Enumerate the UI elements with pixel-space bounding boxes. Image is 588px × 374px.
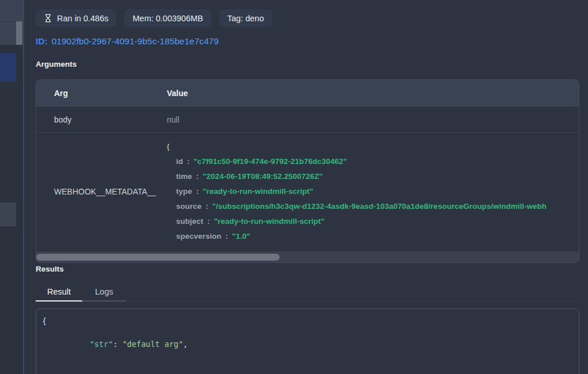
result-json-panel: { "str": "default arg", "union": "Hello …: [36, 308, 579, 374]
json-colon: :: [187, 157, 190, 166]
json-key: source: [176, 202, 201, 211]
json-value: "2024-06-19T08:49:52.2500726Z": [203, 172, 323, 181]
hourglass-icon: [44, 14, 52, 22]
tag-badge: Tag: deno: [219, 9, 272, 27]
arguments-title: Arguments: [36, 60, 77, 68]
json-entry-time: time:"2024-06-19T08:49:52.2500726Z": [167, 169, 579, 184]
json-colon: :: [196, 172, 199, 181]
memory-badge-label: Mem: 0.003906MB: [132, 14, 203, 23]
arguments-table: Arg Value body null WEBHOOK__METADATA__ …: [36, 79, 579, 263]
table-row: body null: [36, 106, 579, 133]
result-key: "str": [90, 339, 113, 349]
value-column-header: Value: [167, 89, 579, 98]
results-tabs: Result Logs: [36, 283, 579, 302]
json-value: "1.0": [232, 232, 250, 241]
json-entry-subject: subject:"ready-to-run-windmill-script": [167, 214, 579, 229]
tab-result[interactable]: Result: [36, 283, 82, 302]
table-row: WEBHOOK__METADATA__ { id:"c7f91c50-9f19-…: [36, 133, 579, 251]
json-colon: :: [226, 232, 228, 241]
json-colon: :: [196, 187, 199, 196]
results-title: Results: [36, 265, 64, 273]
arg-value-body: null: [167, 115, 579, 124]
json-value: "c7f91c50-9f19-474e-9792-21b76dc30462": [194, 157, 348, 166]
json-key: specversion: [176, 232, 222, 241]
json-entry-type: type:"ready-to-run-windmill-script": [167, 184, 579, 199]
job-id-row: ID: 01902fb0-2967-4091-9b5c-185be1e7c479: [36, 36, 219, 47]
table-horizontal-scrollbar: [36, 251, 579, 262]
arg-name-body: body: [36, 115, 167, 124]
json-key: subject: [176, 217, 203, 226]
job-id-value[interactable]: 01902fb0-2967-4091-9b5c-185be1e7c479: [52, 36, 219, 47]
runs-sidebar-header: [0, 0, 23, 21]
memory-badge: Mem: 0.003906MB: [124, 9, 211, 27]
json-key: type: [176, 187, 192, 196]
job-id-label: ID:: [36, 36, 48, 47]
json-entry-source: source:"/subscriptions/h3c3qw-d1232-4asd…: [167, 199, 579, 214]
json-entry-specversion: specversion:"1.0": [167, 229, 579, 244]
json-key: id: [176, 157, 183, 166]
run-list-item-selected[interactable]: [0, 53, 16, 82]
result-value: "default arg": [123, 339, 184, 349]
run-detail-panel: Ran in 0.486s Mem: 0.003906MB Tag: deno …: [25, 0, 588, 374]
result-entry-str: "str": "default arg",: [42, 327, 573, 361]
runs-sidebar: [0, 0, 23, 374]
json-key: time: [176, 172, 192, 181]
result-comma: ,: [183, 339, 188, 349]
json-value: "/subscriptions/h3c3qw-d1232-4asdk-9easd…: [212, 202, 547, 211]
duration-badge-label: Ran in 0.486s: [57, 14, 108, 23]
arg-name-webhook-metadata: WEBHOOK__METADATA__: [36, 139, 167, 244]
run-list-item[interactable]: [0, 203, 16, 226]
duration-badge: Ran in 0.486s: [36, 9, 116, 27]
json-value: "ready-to-run-windmill-script": [203, 187, 313, 196]
json-value: "ready-to-run-windmill-script": [214, 217, 324, 226]
sidebar-divider: [23, 0, 24, 374]
table-scrollbar-thumb[interactable]: [36, 254, 280, 261]
result-entry-union: "union": "Hello World": [42, 361, 573, 374]
json-open-brace: {: [167, 139, 579, 154]
json-colon: :: [205, 202, 208, 211]
webhook-metadata-json: { id:"c7f91c50-9f19-474e-9792-21b76dc304…: [167, 139, 579, 244]
result-open-brace: {: [42, 315, 573, 327]
result-colon: :: [113, 339, 122, 349]
tab-logs[interactable]: Logs: [82, 283, 126, 302]
run-stats-badges: Ran in 0.486s Mem: 0.003906MB Tag: deno: [36, 9, 272, 27]
arg-column-header: Arg: [36, 89, 167, 98]
sidebar-scrollbar-thumb[interactable]: [16, 21, 22, 45]
run-list-item[interactable]: [0, 21, 16, 45]
json-colon: :: [207, 217, 210, 226]
tag-badge-label: Tag: deno: [227, 14, 264, 23]
arguments-table-header: Arg Value: [36, 80, 579, 106]
json-entry-id: id:"c7f91c50-9f19-474e-9792-21b76dc30462…: [167, 154, 579, 169]
